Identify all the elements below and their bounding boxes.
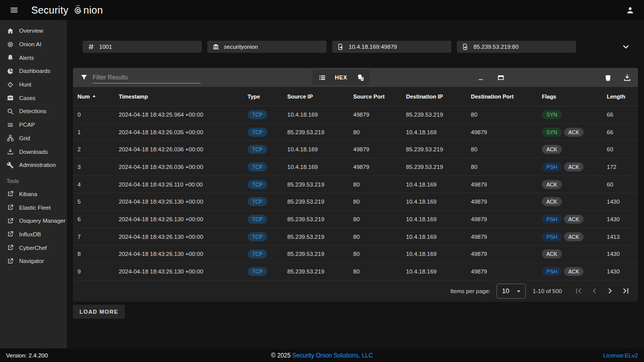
table-row[interactable]: 82024-04-18 18:43:26.130 +00:00TCP85.239… bbox=[73, 246, 638, 263]
maximize-icon bbox=[497, 73, 505, 82]
first-page-button[interactable] bbox=[573, 286, 584, 297]
hamburger-menu-button[interactable] bbox=[6, 2, 22, 18]
minimize-button[interactable] bbox=[474, 71, 487, 83]
logo-text-left: Security bbox=[31, 5, 68, 16]
pagination-bar: Items per page: 10 1-10 of 500 bbox=[73, 281, 638, 302]
column-header-num[interactable]: Num bbox=[77, 94, 119, 100]
cell-destination-ip: 10.4.18.169 bbox=[406, 129, 471, 135]
previous-page-button[interactable] bbox=[589, 286, 600, 297]
column-header-length[interactable]: Length bbox=[607, 94, 638, 100]
sidebar-item-downloads[interactable]: Downloads bbox=[0, 145, 67, 158]
download-pcap-button[interactable] bbox=[621, 71, 633, 83]
protocol-chip: TCP bbox=[248, 162, 267, 171]
sidebar-item-label: Alerts bbox=[19, 55, 34, 61]
table-row[interactable]: 22024-04-18 18:43:26.036 +00:00TCP10.4.1… bbox=[73, 141, 638, 158]
cell-destination-port: 49879 bbox=[471, 268, 542, 275]
sidebar-item-influxdb[interactable]: InfluxDB bbox=[0, 228, 67, 241]
menu-icon bbox=[10, 6, 19, 15]
home-icon bbox=[7, 27, 14, 35]
bucket-button[interactable] bbox=[602, 71, 614, 83]
copyright: © 2025 Security Onion Solutions, LLC bbox=[0, 352, 644, 359]
cell-source-ip: 10.4.18.169 bbox=[287, 164, 353, 170]
column-header-destination-port[interactable]: Destination Port bbox=[471, 94, 542, 100]
maximize-button[interactable] bbox=[495, 71, 507, 83]
cell-source-port: 49879 bbox=[353, 146, 406, 152]
cell-destination-ip: 10.4.18.169 bbox=[406, 216, 471, 222]
last-page-button[interactable] bbox=[620, 286, 631, 297]
user-menu-button[interactable] bbox=[622, 2, 638, 18]
items-per-page-select[interactable]: 10 bbox=[497, 284, 526, 299]
cell-type: TCP bbox=[248, 145, 287, 154]
sidebar-item-onion-ai[interactable]: Onion AI bbox=[0, 38, 67, 51]
cyberchef-send-button[interactable] bbox=[351, 70, 370, 85]
sensor-field[interactable]: securityonion bbox=[207, 41, 327, 53]
cell-type: TCP bbox=[248, 162, 287, 171]
column-header-source-port[interactable]: Source Port bbox=[353, 94, 406, 100]
cell-timestamp: 2024-04-18 18:43:26.130 +00:00 bbox=[119, 268, 248, 275]
table-row[interactable]: 42024-04-18 18:43:26.110 +00:00TCP85.239… bbox=[73, 176, 638, 194]
sidebar-item-alerts[interactable]: Alerts bbox=[0, 51, 67, 64]
onion-spiral-icon bbox=[71, 4, 85, 17]
cell-num: 1 bbox=[77, 129, 119, 135]
sidebar-item-hunt[interactable]: Hunt bbox=[0, 78, 67, 92]
cell-type: TCP bbox=[248, 128, 287, 137]
cell-length: 1430 bbox=[607, 199, 638, 205]
collapse-metadata-button[interactable] bbox=[619, 40, 633, 54]
sidebar-item-detections[interactable]: Detections bbox=[0, 105, 67, 118]
sidebar-item-cases[interactable]: Cases bbox=[0, 91, 67, 105]
sidebar-item-elastic-fleet[interactable]: Elastic Fleet bbox=[0, 201, 67, 214]
next-page-button[interactable] bbox=[604, 286, 615, 297]
column-label: Length bbox=[607, 94, 625, 100]
sidebar-item-dashboards[interactable]: Dashboards bbox=[0, 64, 67, 78]
packet-list-view-button[interactable] bbox=[312, 70, 332, 85]
security-onion-logo[interactable]: Security nion bbox=[31, 4, 103, 17]
chip-icon bbox=[7, 41, 14, 48]
table-row[interactable]: 02024-04-18 18:43:25.964 +00:00TCP10.4.1… bbox=[73, 106, 638, 124]
flag-chip-ack: ACK bbox=[564, 162, 584, 171]
column-header-flags[interactable]: Flags bbox=[542, 94, 607, 100]
column-header-type[interactable]: Type bbox=[248, 94, 287, 100]
column-header-destination-ip[interactable]: Destination IP bbox=[406, 94, 471, 100]
flag-chip-ack: ACK bbox=[542, 145, 562, 154]
hash-icon bbox=[88, 43, 95, 50]
table-row[interactable]: 12024-04-18 18:43:26.035 +00:00TCP85.239… bbox=[73, 124, 638, 141]
flag-chip-ack: ACK bbox=[564, 215, 584, 224]
filter-icon bbox=[80, 73, 88, 81]
load-more-button[interactable]: LOAD MORE bbox=[73, 305, 125, 319]
company-link[interactable]: Security Onion Solutions, LLC bbox=[292, 352, 373, 359]
table-row[interactable]: 62024-04-18 18:43:26.130 +00:00TCP85.239… bbox=[73, 211, 638, 228]
cell-source-port: 80 bbox=[353, 251, 406, 257]
sidebar-item-cyberchef[interactable]: CyberChef bbox=[0, 241, 67, 254]
items-per-page-label: Items per page: bbox=[450, 288, 491, 294]
sidebar-item-kibana[interactable]: Kibana bbox=[0, 188, 67, 201]
sidebar-tools: KibanaElastic FleetOsquery ManagerInflux… bbox=[0, 188, 67, 268]
source-endpoint-field[interactable]: 10.4.18.169:49879 bbox=[332, 41, 451, 53]
sidebar-item-grid[interactable]: Grid bbox=[0, 132, 67, 145]
column-header-source-ip[interactable]: Source IP bbox=[287, 94, 353, 100]
cell-source-port: 49879 bbox=[353, 112, 406, 118]
cell-timestamp: 2024-04-18 18:43:26.035 +00:00 bbox=[119, 129, 248, 135]
hex-view-button[interactable]: HEX bbox=[332, 70, 351, 85]
filter-results-input[interactable] bbox=[93, 71, 201, 83]
cell-destination-port: 49879 bbox=[471, 129, 542, 135]
sidebar-item-navigator[interactable]: Navigator bbox=[0, 254, 67, 268]
table-row[interactable]: 92024-04-18 18:43:26.130 +00:00TCP85.239… bbox=[73, 263, 638, 281]
list-lines-icon bbox=[7, 121, 14, 129]
sidebar-item-osquery-manager[interactable]: Osquery Manager bbox=[0, 214, 67, 228]
sidebar-item-administration[interactable]: Administration bbox=[0, 158, 67, 172]
table-row[interactable]: 32024-04-18 18:43:26.036 +00:00TCP10.4.1… bbox=[73, 158, 638, 176]
cyberchef-icon bbox=[356, 73, 365, 82]
cell-timestamp: 2024-04-18 18:43:26.036 +00:00 bbox=[119, 164, 248, 170]
job-number-field[interactable]: 1001 bbox=[83, 41, 202, 53]
cell-length: 1430 bbox=[607, 216, 638, 222]
table-row[interactable]: 72024-04-18 18:43:26.130 +00:00TCP85.239… bbox=[73, 228, 638, 246]
destination-endpoint-field[interactable]: 85.239.53.219:80 bbox=[457, 41, 576, 53]
table-row[interactable]: 52024-04-18 18:43:26.130 +00:00TCP85.239… bbox=[73, 193, 638, 211]
protocol-chip: TCP bbox=[248, 215, 267, 224]
column-header-timestamp[interactable]: Timestamp bbox=[119, 94, 248, 100]
sidebar-item-overview[interactable]: Overview bbox=[0, 24, 67, 38]
chevron-down-icon bbox=[621, 42, 631, 52]
sidebar-item-pcap[interactable]: PCAP bbox=[0, 118, 67, 132]
flag-chip-syn: SYN bbox=[542, 128, 562, 137]
cell-num: 7 bbox=[77, 234, 119, 240]
